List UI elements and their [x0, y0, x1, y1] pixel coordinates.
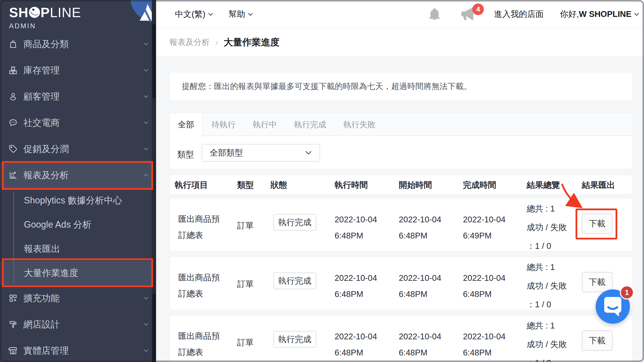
- chevron-down-icon: [142, 67, 150, 74]
- reports-submenu: Shoplytics 數據分析中心 Google Ads 分析 報表匯出 大量作…: [0, 188, 156, 285]
- sidebar-item-label: 網店設計: [23, 318, 142, 331]
- notice-text: 提醒您：匯出的報表與單據最多可支援下載的時限為七天，超過時間將無法下載。: [182, 81, 472, 92]
- table-row: 匯出商品預訂總表 訂單 執行完成 2022-10-046:48PM 2022-1…: [169, 257, 633, 310]
- table-header-row: 執行項目 類型 狀態 執行時間 開始時間 完成時間 結果總覽 結果匯出: [169, 175, 633, 195]
- column-header: 執行項目: [175, 175, 208, 195]
- sidebar-subitem-label: 報表匯出: [24, 243, 60, 255]
- sidebar-subitem-label: Google Ads 分析: [24, 219, 91, 231]
- column-header: 完成時間: [463, 175, 496, 195]
- tab-completed[interactable]: 執行完成: [285, 113, 335, 135]
- shopline-logo-o-tag-icon: [29, 7, 40, 18]
- column-header: 類型: [237, 175, 254, 195]
- chevron-down-icon: [142, 347, 150, 354]
- result-summary: 總共 : 1成功 / 失敗：1 / 0: [527, 316, 567, 362]
- sidebar-subitem-shoplytics[interactable]: Shoplytics 數據分析中心: [0, 188, 156, 213]
- status-tabs: 全部 待執行 執行中 執行完成 執行失敗: [170, 113, 632, 136]
- column-header: 結果總覽: [527, 175, 560, 195]
- tab-all[interactable]: 全部: [170, 113, 203, 136]
- result-summary: 總共 : 1成功 / 失敗：1 / 0: [527, 199, 567, 255]
- chevron-down-icon: [248, 11, 253, 16]
- content-area: 提醒您：匯出的報表與單據最多可支援下載的時限為七天，超過時間將無法下載。 全部 …: [156, 56, 644, 362]
- enter-my-store-link[interactable]: 進入我的店面: [494, 0, 544, 28]
- sidebar-item-social-commerce[interactable]: 社交電商: [0, 110, 156, 136]
- tab-pending[interactable]: 待執行: [203, 113, 244, 135]
- status-badge: 執行完成: [273, 273, 316, 289]
- table-row: 匯出商品預訂總表 訂單 執行完成 2022-10-046:48PM 2022-1…: [169, 198, 633, 252]
- finish-time: 2022-10-046:49PM: [463, 212, 506, 244]
- chat-widget-button[interactable]: 1: [596, 289, 630, 324]
- sidebar-item-apps[interactable]: 擴充功能: [0, 285, 156, 311]
- breadcrumb: 報表及分析 › 大量作業進度: [156, 28, 644, 56]
- sidebar-item-label: 顧客管理: [23, 91, 142, 103]
- sidebar-item-label: 商品及分類: [23, 38, 142, 50]
- sidebar-scrollbar-thumb-lower[interactable]: [152, 294, 156, 362]
- chevron-up-icon: [142, 172, 150, 179]
- job-type: 訂單: [237, 220, 254, 231]
- help-label: 幫助: [229, 9, 245, 20]
- page-title: 大量作業進度: [224, 36, 279, 49]
- language-selector[interactable]: 中文(繁): [175, 0, 212, 28]
- type-filter-select[interactable]: 全部類型: [202, 144, 320, 162]
- sidebar-item-reports-analytics[interactable]: 報表及分析: [0, 162, 156, 188]
- sidebar-item-label: 庫存管理: [23, 64, 142, 77]
- start-time: 2022-10-046:48PM: [399, 212, 441, 244]
- tab-running[interactable]: 執行中: [244, 113, 285, 135]
- column-header: 狀態: [270, 175, 287, 195]
- column-header: 結果匯出: [582, 175, 615, 195]
- start-time: 2022-10-046:48PM: [399, 328, 441, 361]
- main-area: 中文(繁) 幫助 4 進入我的店面 你好, W SHOPLINE 報表及分析 ›…: [156, 0, 644, 362]
- chevron-down-icon: [142, 41, 150, 48]
- storefront-icon: [8, 346, 18, 355]
- bell-icon: [427, 7, 442, 21]
- sidebar-item-customers[interactable]: 顧客管理: [0, 83, 156, 110]
- type-filter-label: 類型: [177, 149, 194, 160]
- sidebar-item-physical-store[interactable]: 實體店管理: [0, 338, 156, 362]
- chevron-down-icon: [142, 119, 150, 126]
- sidebar-subitem-report-export[interactable]: 報表匯出: [0, 237, 156, 261]
- chevron-down-icon: [305, 150, 312, 155]
- enter-store-label: 進入我的店面: [494, 9, 544, 20]
- shopline-logo: SHPLINE ADMIN: [9, 5, 81, 30]
- shopping-bag-icon: [8, 39, 18, 49]
- exec-time: 2022-10-046:48PM: [335, 328, 377, 361]
- sidebar-item-label: 社交電商: [23, 117, 142, 129]
- shopline-admin-window: SHPLINE ADMIN 商品及分類: [0, 0, 644, 362]
- status-badge: 執行完成: [273, 331, 316, 348]
- announcements-button[interactable]: 4: [458, 0, 476, 28]
- brand-text-line: LINE: [50, 5, 81, 20]
- sidebar-item-label: 擴充功能: [23, 292, 142, 305]
- notifications-bell-button[interactable]: [427, 0, 442, 28]
- exec-time: 2022-10-046:48PM: [335, 212, 377, 244]
- exec-time: 2022-10-046:48PM: [335, 270, 377, 302]
- price-tag-icon: [8, 144, 18, 154]
- help-menu[interactable]: 幫助: [229, 0, 252, 28]
- sidebar-item-label: 報表及分析: [23, 169, 142, 182]
- breadcrumb-parent-link[interactable]: 報表及分析: [169, 37, 210, 48]
- chevron-down-icon: [142, 93, 150, 100]
- sidebar-item-promotions[interactable]: 促銷及分潤: [0, 136, 156, 162]
- table-row: 匯出商品預訂總表 訂單 執行完成 2022-10-046:48PM 2022-1…: [169, 315, 633, 362]
- sidebar-subitem-google-ads[interactable]: Google Ads 分析: [0, 213, 156, 237]
- tab-failed[interactable]: 執行失敗: [335, 113, 384, 135]
- account-name: W SHOPLINE: [579, 9, 631, 19]
- column-header: 執行時間: [335, 175, 368, 195]
- boxes-icon: [8, 66, 18, 75]
- person-icon: [8, 92, 18, 101]
- sidebar-subitem-label: 大量作業進度: [24, 267, 78, 279]
- sidebar-scrollbar-thumb[interactable]: [152, 24, 156, 98]
- sidebar-item-products[interactable]: 商品及分類: [0, 31, 156, 57]
- download-button[interactable]: 下載: [582, 214, 613, 234]
- download-button[interactable]: 下載: [582, 330, 613, 351]
- brand-text-sh: SH: [9, 5, 28, 20]
- sidebar-item-label: 實體店管理: [23, 345, 142, 357]
- sidebar-item-inventory[interactable]: 庫存管理: [0, 57, 156, 83]
- sidebar-subitem-bulk-job-progress[interactable]: 大量作業進度: [0, 261, 156, 285]
- chevron-down-icon: [142, 321, 150, 328]
- account-menu[interactable]: 你好, W SHOPLINE: [560, 0, 638, 28]
- tabs-filter-card: 全部 待執行 執行中 執行完成 執行失敗 類型 全部類型: [169, 113, 633, 169]
- download-button[interactable]: 下載: [582, 272, 613, 292]
- job-type: 訂單: [237, 337, 254, 348]
- job-name: 匯出商品預訂總表: [178, 211, 220, 243]
- sidebar-item-store-design[interactable]: 網店設計: [0, 311, 156, 338]
- chevron-down-icon: [208, 11, 213, 16]
